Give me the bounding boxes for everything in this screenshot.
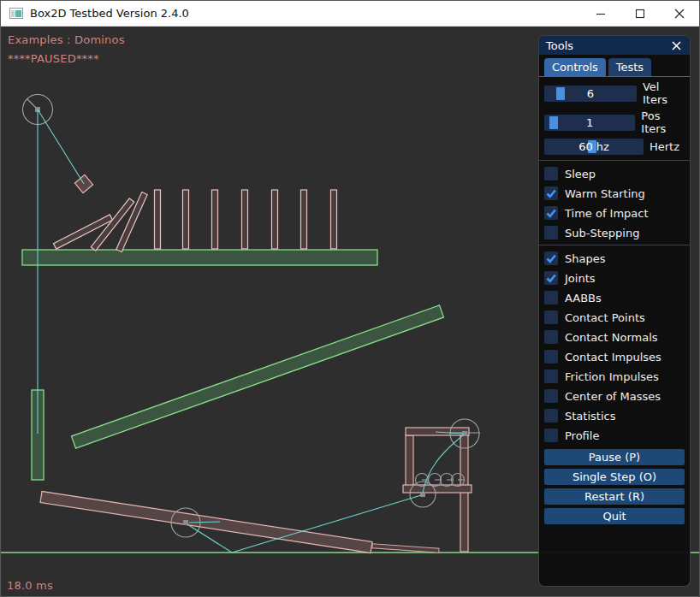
vel-iters-slider[interactable]: 6 xyxy=(544,86,637,102)
minimize-icon xyxy=(596,9,606,19)
checkbox-center-of-masses[interactable]: Center of Masses xyxy=(544,389,685,403)
checkbox-statistics[interactable]: Statistics xyxy=(544,409,685,423)
checkbox-box[interactable] xyxy=(544,350,558,364)
separator xyxy=(539,245,690,245)
cradle-balls xyxy=(416,474,465,487)
checkbox-label: Center of Masses xyxy=(565,390,661,403)
checkbox-box[interactable] xyxy=(544,389,558,403)
domino-platform xyxy=(22,250,377,265)
frame-time-label: 18.0 ms xyxy=(7,579,53,592)
app-icon xyxy=(9,8,23,19)
checkbox-box[interactable] xyxy=(544,226,558,239)
separator xyxy=(539,160,690,161)
tab-tests-label: Tests xyxy=(616,61,644,74)
checkbox-warm-starting[interactable]: Warm Starting xyxy=(544,186,685,200)
checkbox-label: Sleep xyxy=(565,168,596,180)
paused-label: ****PAUSED**** xyxy=(8,52,99,65)
tilted-green-plank xyxy=(72,305,444,448)
example-label: Examples : Dominos xyxy=(8,33,125,46)
check-icon xyxy=(544,206,558,220)
maximize-icon xyxy=(635,9,645,19)
cradle-frame xyxy=(403,428,472,552)
close-icon xyxy=(672,41,681,50)
checkbox-box[interactable] xyxy=(544,271,558,285)
tab-controls-label: Controls xyxy=(552,61,598,74)
checkbox-label: Warm Starting xyxy=(565,187,645,200)
checkbox-label: Contact Points xyxy=(565,311,645,324)
checkbox-shapes[interactable]: Shapes xyxy=(544,251,685,265)
checkbox-label: Contact Normals xyxy=(565,331,658,344)
app-window: Box2D Testbed Version 2.4.0 xyxy=(0,0,700,597)
check-icon xyxy=(544,186,558,200)
vel-iters-label: Vel Iters xyxy=(643,80,685,106)
tools-close-button[interactable] xyxy=(669,38,683,52)
hertz-row: 60 hz Hertz xyxy=(544,139,685,155)
maximize-button[interactable] xyxy=(620,1,660,26)
checkbox-sleep[interactable]: Sleep xyxy=(544,167,685,180)
checkbox-box[interactable] xyxy=(544,167,558,180)
checkbox-box[interactable] xyxy=(544,206,558,220)
pause-button[interactable]: Pause (P) xyxy=(544,449,685,465)
checkbox-label: Profile xyxy=(565,429,599,442)
vel-iters-value: 6 xyxy=(544,86,637,102)
checkbox-box[interactable] xyxy=(544,429,558,442)
checkbox-label: AABBs xyxy=(565,292,602,304)
simulation-canvas[interactable]: Examples : Dominos ****PAUSED**** 18.0 m… xyxy=(1,27,700,597)
pos-iters-value: 1 xyxy=(544,115,635,131)
checkbox-label: Statistics xyxy=(565,410,615,423)
pos-iters-row: 1 Pos Iters xyxy=(544,109,685,135)
tools-panel-title: Tools xyxy=(546,39,573,52)
fallen-dominos xyxy=(54,192,148,252)
checkbox-friction-impulses[interactable]: Friction Impulses xyxy=(544,369,685,383)
checkbox-joints[interactable]: Joints xyxy=(544,271,685,285)
check-icon xyxy=(544,271,558,285)
hertz-label: Hertz xyxy=(650,140,679,153)
bridge-strip xyxy=(372,544,439,553)
tools-panel: Tools Controls Tests 6 Vel Iters 1 xyxy=(538,35,691,587)
window-title: Box2D Testbed Version 2.4.0 xyxy=(30,7,189,20)
checkbox-box[interactable] xyxy=(544,369,558,383)
checkbox-sub-stepping[interactable]: Sub-Stepping xyxy=(544,226,685,239)
minimize-button[interactable] xyxy=(581,1,620,26)
vel-iters-row: 6 Vel Iters xyxy=(544,80,685,106)
check-icon xyxy=(544,251,558,265)
checkbox-box[interactable] xyxy=(544,409,558,423)
checkbox-aabbs[interactable]: AABBs xyxy=(544,291,685,304)
pos-iters-slider[interactable]: 1 xyxy=(544,115,635,131)
standing-dominos xyxy=(155,190,337,249)
checkbox-label: Time of Impact xyxy=(565,207,649,220)
checkbox-contact-points[interactable]: Contact Points xyxy=(544,310,685,324)
checkbox-contact-normals[interactable]: Contact Normals xyxy=(544,330,685,344)
pos-iters-label: Pos Iters xyxy=(641,109,685,135)
hertz-value: 60 hz xyxy=(544,139,644,155)
restart-button[interactable]: Restart (R) xyxy=(544,488,685,505)
hertz-slider[interactable]: 60 hz xyxy=(544,139,644,155)
checkbox-box[interactable] xyxy=(544,291,558,304)
checkbox-box[interactable] xyxy=(544,310,558,324)
checkbox-time-of-impact[interactable]: Time of Impact xyxy=(544,206,685,220)
checkbox-label: Friction Impulses xyxy=(565,370,659,383)
checkbox-contact-impulses[interactable]: Contact Impulses xyxy=(544,350,685,364)
tools-panel-titlebar[interactable]: Tools xyxy=(539,36,690,55)
tab-tests[interactable]: Tests xyxy=(608,58,651,76)
anchor-squares xyxy=(35,107,467,525)
checkbox-box[interactable] xyxy=(544,186,558,200)
tab-controls[interactable]: Controls xyxy=(544,58,606,76)
close-icon xyxy=(674,9,685,19)
single-step-button[interactable]: Single Step (O) xyxy=(544,469,685,485)
checkbox-box[interactable] xyxy=(544,330,558,344)
window-titlebar: Box2D Testbed Version 2.4.0 xyxy=(1,1,699,27)
checkbox-box[interactable] xyxy=(544,251,558,265)
checkbox-profile[interactable]: Profile xyxy=(544,429,685,442)
close-button[interactable] xyxy=(660,1,699,26)
tabbar: Controls Tests xyxy=(539,55,690,77)
checkbox-label: Shapes xyxy=(565,252,605,265)
checkbox-label: Contact Impulses xyxy=(565,351,661,364)
checkbox-label: Joints xyxy=(565,272,596,285)
quit-button[interactable]: Quit xyxy=(544,508,685,524)
checkbox-label: Sub-Stepping xyxy=(565,227,639,239)
